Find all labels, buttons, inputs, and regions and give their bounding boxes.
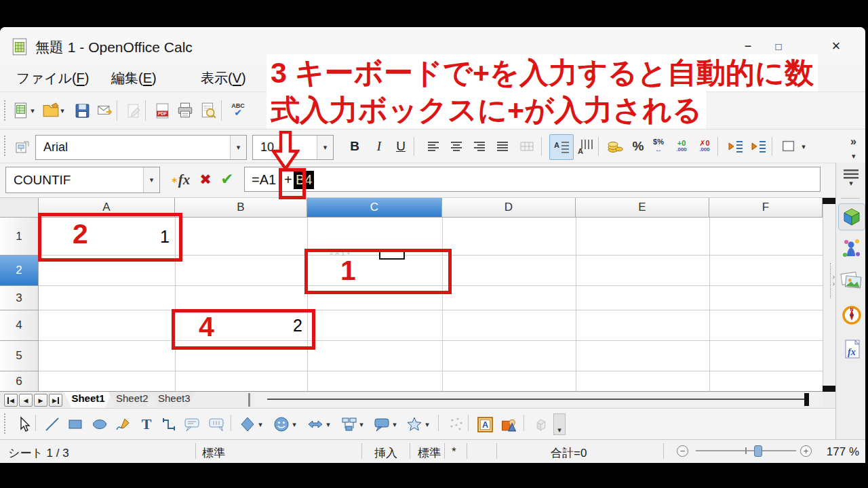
- close-button[interactable]: ×: [825, 36, 848, 56]
- sheet-tab-sheet3[interactable]: Sheet3: [151, 392, 195, 407]
- status-sum[interactable]: 合計=0: [551, 445, 587, 461]
- underline-button[interactable]: U: [391, 136, 411, 157]
- sidebar-tab-gallery[interactable]: [840, 268, 863, 293]
- ellipse-tool-button[interactable]: [90, 413, 110, 435]
- status-page-style[interactable]: 標準: [202, 445, 225, 461]
- drawing-overflow-button[interactable]: ▾: [553, 413, 566, 435]
- zoom-in-button[interactable]: +: [800, 445, 812, 457]
- zoom-slider-thumb[interactable]: [754, 445, 762, 457]
- sheet-tab-sheet1[interactable]: Sheet1: [64, 392, 113, 407]
- reject-button[interactable]: ✖: [195, 169, 216, 190]
- align-center-button[interactable]: [446, 136, 467, 157]
- toolbar-grip[interactable]: [4, 100, 5, 121]
- callout-horizontal-button[interactable]: [182, 413, 202, 435]
- currency-format-button[interactable]: [605, 136, 625, 157]
- sidebar-menu-button[interactable]: ▾: [841, 168, 861, 188]
- line-tool-button[interactable]: [42, 413, 62, 435]
- menu-view[interactable]: 表示(V): [197, 68, 250, 89]
- edit-file-button[interactable]: [123, 100, 144, 121]
- extrusion-button[interactable]: [530, 413, 551, 435]
- select-tool-button[interactable]: [14, 413, 34, 435]
- sidebar-tab-styles[interactable]: [840, 236, 863, 260]
- basic-shapes-button[interactable]: [237, 413, 258, 435]
- fontwork-button[interactable]: A: [475, 413, 495, 435]
- maximize-button[interactable]: □: [767, 36, 790, 56]
- previous-sheet-button[interactable]: ◀: [19, 394, 33, 407]
- connector-tool-button[interactable]: [159, 413, 179, 435]
- flowchart-dropdown[interactable]: ▾: [357, 413, 366, 435]
- text-tool-button[interactable]: T: [136, 413, 157, 435]
- menu-file[interactable]: ファイル(F): [12, 68, 93, 89]
- save-button[interactable]: [72, 100, 92, 121]
- print-preview-button[interactable]: [198, 100, 218, 121]
- open-dropdown[interactable]: ▾: [58, 100, 66, 121]
- sidebar-tab-functions[interactable]: fx: [842, 338, 863, 362]
- select-all-corner[interactable]: [0, 198, 39, 218]
- add-decimal-button[interactable]: +0 .000: [671, 135, 692, 157]
- sheet-tab-sheet2[interactable]: Sheet2: [108, 392, 153, 407]
- toolbar-overflow-dropdown[interactable]: ▾: [852, 152, 856, 161]
- sidebar-tab-navigator[interactable]: N: [841, 302, 863, 327]
- first-sheet-button[interactable]: ◀: [4, 394, 18, 407]
- rectangle-tool-button[interactable]: [65, 413, 85, 435]
- symbol-shapes-dropdown[interactable]: ▾: [290, 413, 298, 435]
- align-justify-button[interactable]: [492, 136, 513, 157]
- callouts-dropdown[interactable]: ▾: [391, 413, 399, 435]
- status-insert-mode[interactable]: 挿入: [374, 445, 397, 461]
- new-document-dropdown[interactable]: ▾: [28, 100, 37, 121]
- spellcheck-button[interactable]: ABC ✔: [228, 99, 248, 121]
- text-direction-ltr-button[interactable]: A: [549, 134, 574, 160]
- zoom-out-button[interactable]: −: [677, 445, 688, 457]
- email-button[interactable]: [95, 100, 115, 121]
- font-name-dropdown[interactable]: ▾: [230, 136, 246, 159]
- row-header-2[interactable]: 2: [0, 256, 39, 286]
- insert-picture-button[interactable]: [499, 413, 519, 435]
- accept-button[interactable]: ✔: [217, 168, 237, 190]
- toolbar-grip[interactable]: [4, 136, 5, 156]
- flowchart-button[interactable]: [339, 413, 359, 435]
- align-left-button[interactable]: [423, 136, 443, 157]
- italic-button[interactable]: I: [369, 136, 389, 157]
- minimize-button[interactable]: −: [736, 36, 760, 56]
- align-right-button[interactable]: [469, 136, 490, 157]
- merge-cells-button[interactable]: [517, 136, 537, 157]
- column-header-c[interactable]: C: [307, 198, 442, 218]
- last-sheet-button[interactable]: ▶: [49, 394, 62, 407]
- row-header-4[interactable]: 4: [0, 310, 39, 341]
- row-header-6[interactable]: 6: [0, 371, 39, 392]
- name-box[interactable]: COUNTIF ▾: [5, 167, 160, 193]
- stars-dropdown[interactable]: ▾: [423, 413, 431, 435]
- block-arrows-button[interactable]: [305, 413, 326, 435]
- callout-vertical-button[interactable]: [206, 413, 226, 435]
- text-direction-ttb-button[interactable]: A: [575, 136, 595, 157]
- formula-input-line[interactable]: [244, 167, 821, 192]
- toolbar-grip[interactable]: [4, 413, 5, 434]
- symbol-shapes-button[interactable]: [271, 413, 292, 435]
- basic-shapes-dropdown[interactable]: ▾: [256, 413, 264, 435]
- block-arrows-dropdown[interactable]: ▾: [324, 413, 332, 435]
- font-size-dropdown[interactable]: ▾: [317, 136, 333, 159]
- freeform-tool-button[interactable]: [113, 413, 134, 435]
- column-header-f[interactable]: F: [709, 198, 823, 218]
- delete-decimal-button[interactable]: ✗0 .000: [694, 135, 715, 157]
- export-pdf-button[interactable]: PDF: [152, 100, 172, 121]
- increase-indent-button[interactable]: [749, 136, 769, 157]
- row-header-3[interactable]: 3: [0, 286, 39, 310]
- callouts-button[interactable]: [372, 413, 392, 435]
- row-header-5[interactable]: 5: [0, 341, 39, 371]
- decrease-indent-button[interactable]: [726, 136, 746, 157]
- toolbar-overflow-button[interactable]: »: [850, 136, 856, 148]
- font-name-combobox[interactable]: Arial ▾: [35, 135, 247, 160]
- tab-scrollbar-splitter[interactable]: [248, 393, 250, 407]
- percent-format-button[interactable]: %: [628, 136, 648, 157]
- currency-exchange-button[interactable]: $% ↔: [648, 135, 669, 157]
- bold-button[interactable]: B: [344, 136, 365, 157]
- column-header-d[interactable]: D: [442, 198, 576, 218]
- sidebar-tab-properties[interactable]: [838, 203, 865, 230]
- status-selection-mode[interactable]: 標準: [418, 445, 441, 461]
- row-header-1[interactable]: 1: [0, 218, 39, 256]
- status-zoom-level[interactable]: 177 %: [817, 445, 859, 459]
- styles-window-button[interactable]: [12, 136, 33, 158]
- column-header-b[interactable]: B: [175, 198, 307, 218]
- edit-points-button[interactable]: [446, 413, 467, 435]
